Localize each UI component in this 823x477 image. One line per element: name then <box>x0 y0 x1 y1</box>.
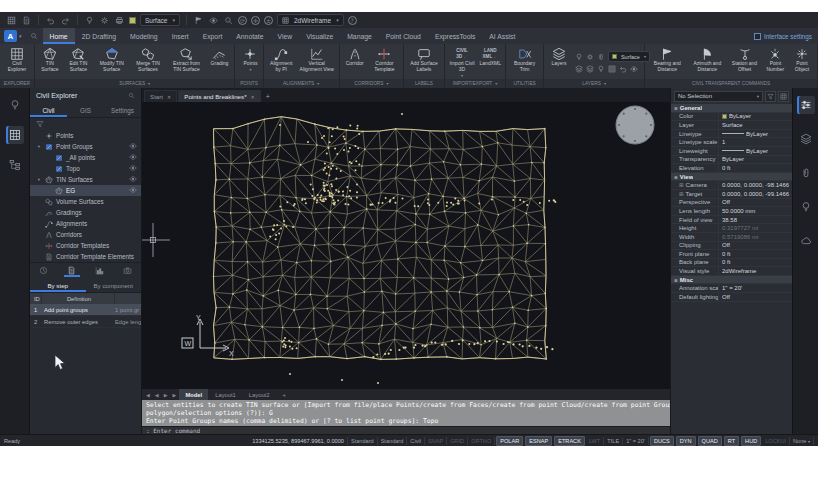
modify-tin-surface-button[interactable]: Modify TIN Surface <box>94 45 130 79</box>
visibility-eye-icon[interactable] <box>129 186 137 195</box>
layers-dock-icon[interactable] <box>797 130 815 148</box>
printer-icon[interactable] <box>114 15 125 26</box>
corridor-button[interactable]: Corridor <box>342 45 368 79</box>
property-row-lens-length[interactable]: Lens length50.0000 mm <box>671 207 792 216</box>
layout-nav-prev-icon[interactable]: ◀ <box>153 392 161 398</box>
property-row-width[interactable]: Width0.5719086 mi <box>671 233 792 242</box>
quick-select-icon[interactable] <box>765 91 776 102</box>
menu-tab-modeling[interactable]: Modeling <box>123 28 165 44</box>
table-row[interactable]: 2Remove outer edgesEdge leng <box>30 316 141 328</box>
tree-item-topo[interactable]: Topo <box>30 163 141 174</box>
attachments-dock-icon[interactable] <box>797 164 815 182</box>
filter-icon[interactable] <box>36 120 44 128</box>
status-etrack[interactable]: ETRACK <box>554 436 585 446</box>
tree-item-volume-surfaces[interactable]: Volume Surfaces <box>30 196 141 207</box>
status-quad[interactable]: QUAD <box>698 436 722 446</box>
layer-off-icon[interactable] <box>597 64 606 73</box>
tab-settings[interactable]: Settings <box>104 104 141 117</box>
layout-tab-[interactable]: + <box>276 389 291 400</box>
menu-tab-manage[interactable]: Manage <box>340 28 379 44</box>
status-civil[interactable]: Civil <box>407 437 425 445</box>
layout-tab-layout2[interactable]: Layout2 <box>243 389 276 400</box>
command-history[interactable]: Select entities to create TIN surface or… <box>142 400 670 426</box>
corridor-template-button[interactable]: Corridor Template <box>368 45 401 79</box>
status-polar[interactable]: POLAR <box>496 436 523 446</box>
property-row-visual-style[interactable]: Visual style2dWireframe <box>671 267 792 276</box>
tree-item-corridors[interactable]: Corridors <box>30 229 141 240</box>
tab-gis[interactable]: GIS <box>67 104 104 117</box>
selection-tool-icon[interactable] <box>193 15 204 26</box>
station-and-offset-button[interactable]: Station and Offset <box>727 45 761 79</box>
layer-walk-icon[interactable] <box>630 64 639 73</box>
status-grid[interactable]: GRID <box>447 437 468 445</box>
zoom-icon[interactable]: ± <box>264 16 273 25</box>
civil-explorer-dock-icon[interactable] <box>6 126 24 144</box>
visual-style-combo[interactable]: 2dWireframe▾ <box>277 14 344 26</box>
azimuth-and-distance-button[interactable]: Azimuth and Distance <box>687 45 727 79</box>
gear-icon[interactable] <box>99 15 110 26</box>
isolate-tool-icon[interactable] <box>223 15 234 26</box>
status-none[interactable]: None ▾ <box>790 437 814 445</box>
doc-tab-points-and-breaklines[interactable]: Points and Breaklines*✕ <box>178 90 260 102</box>
vertical-alignment-view-button[interactable]: Vertical Alignment View <box>297 45 337 79</box>
history-icon[interactable] <box>36 264 52 277</box>
search-icon[interactable] <box>30 32 38 41</box>
close-icon[interactable]: ✕ <box>251 94 255 100</box>
property-row-field-of-view[interactable]: Field of view38.58 <box>671 216 792 225</box>
tree-item-point-groups[interactable]: ▾Point Groups <box>30 141 141 152</box>
table-row[interactable]: 1Add point groups1 point gr <box>30 304 141 316</box>
property-row-default-lighting[interactable]: Default lightingOff <box>671 293 792 302</box>
layer-color-swatch[interactable] <box>129 17 136 24</box>
grading-button[interactable]: Grading <box>206 45 232 79</box>
redo-icon[interactable] <box>60 15 71 26</box>
pan-icon[interactable]: ✛ <box>251 16 260 25</box>
property-row-clipping[interactable]: ClippingOff <box>671 242 792 251</box>
status-dyn[interactable]: DYN <box>676 436 696 446</box>
status-esnap[interactable]: ESNAP <box>525 436 552 446</box>
coordinates-readout[interactable]: 1334125.5235, 899467.9961, 0.0000 <box>249 437 348 445</box>
visibility-eye-icon[interactable] <box>129 164 137 173</box>
property-row-perspective[interactable]: PerspectiveOff <box>671 199 792 208</box>
status-hud[interactable]: HUD <box>741 436 761 446</box>
menu-tab-home[interactable]: Home <box>43 28 75 44</box>
menu-tab-view[interactable]: View <box>271 28 300 44</box>
property-row-elevation[interactable]: Elevation0 ft <box>671 164 792 173</box>
status-rt[interactable]: RT <box>724 436 739 446</box>
snapshot-icon[interactable] <box>119 264 135 277</box>
doc-tab-start[interactable]: Start✕ <box>144 90 177 102</box>
layout-tab-layout1[interactable]: Layout1 <box>209 389 242 400</box>
property-row-transparency[interactable]: TransparencyByLayer <box>671 156 792 165</box>
logo-caret-icon[interactable]: ▾ <box>19 33 22 39</box>
property-row-camera[interactable]: ⊞Camera0.0000, 0.0000, -98.1466 <box>671 181 792 190</box>
layout-nav-last-icon[interactable]: ▶ <box>171 392 179 398</box>
add-surface-labels-button[interactable]: Add Surface Labels <box>406 45 442 79</box>
definition-steps-icon[interactable] <box>64 264 80 277</box>
ribbon-group-label[interactable]: SURFACES▾ <box>35 79 235 88</box>
ribbon-group-label[interactable]: IMPORT/EXPORT▾ <box>445 79 505 88</box>
bearing-and-distance-button[interactable]: Bearing and Distance <box>647 45 687 79</box>
tree-item-eg[interactable]: EG <box>30 185 141 196</box>
statistics-icon[interactable] <box>91 264 107 277</box>
layer-match-icon[interactable] <box>608 64 617 73</box>
points-button[interactable]: Points▾ <box>237 45 263 79</box>
lightbulb-icon[interactable] <box>84 15 95 26</box>
doc-tab-[interactable]: + <box>262 90 274 102</box>
layout-nav-first-icon[interactable]: ◀ <box>144 392 152 398</box>
property-row-target[interactable]: ⊞Target0.0000, 0.0000, -99.1466 <box>671 190 792 199</box>
property-row-annotation-scale[interactable]: Annotation scale1" = 20' <box>671 284 792 293</box>
status-lockui[interactable]: LOCKUI <box>762 437 790 445</box>
tree-item-corridor-template-elements[interactable]: Corridor Template Elements <box>30 251 141 262</box>
extract-from-tin-surface-button[interactable]: Extract from TIN Surface <box>166 45 206 79</box>
layer-unisolate-icon[interactable] <box>586 64 595 73</box>
status-tile[interactable]: TILE <box>604 437 623 445</box>
status-standard[interactable]: Standard <box>378 437 408 445</box>
caret-down-icon[interactable]: ▾ <box>36 144 42 149</box>
search-icon[interactable] <box>128 92 135 99</box>
layer-prev-icon[interactable] <box>619 64 628 73</box>
layout-tab-model[interactable]: Model <box>179 389 208 400</box>
property-row-back-plane[interactable]: Back plane0 ft <box>671 259 792 268</box>
property-row-layer[interactable]: LayerSurface <box>671 121 792 130</box>
point-object-button[interactable]: Point Object <box>789 45 815 79</box>
undo-icon[interactable] <box>45 15 56 26</box>
landxml-button[interactable]: LANDXML ←LandXML <box>477 45 503 79</box>
